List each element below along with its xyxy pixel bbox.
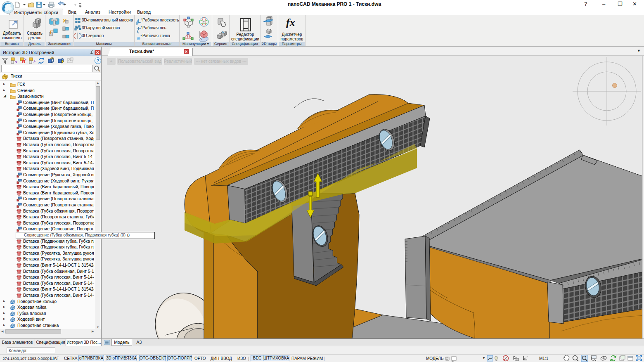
svg-text:8: 8 [23, 60, 24, 63]
svg-text:?: ? [97, 59, 99, 63]
svg-text:fx: fx [286, 17, 295, 28]
